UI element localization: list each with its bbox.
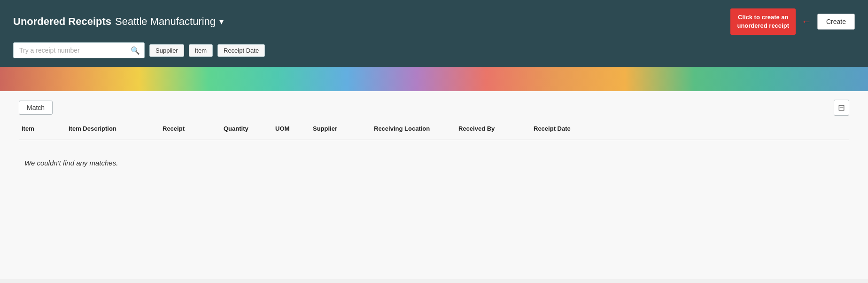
toolbar-row: Match ⊟ [19,91,849,121]
table-area: Item Item Description Receipt Quantity U… [19,121,849,186]
col-header-item: Item [19,121,66,136]
col-header-received-by: Received By [456,121,531,136]
arrow-icon: ← [801,16,812,28]
col-header-uom: UOM [272,121,310,136]
col-header-receipt-date: Receipt Date [531,121,606,136]
columns-toggle-button[interactable]: ⊟ [834,100,849,116]
columns-icon: ⊟ [838,102,845,113]
create-area: Click to create an unordered receipt ← C… [730,8,855,35]
page-title-main: Unordered Receipts [13,16,111,28]
page-title-sub: Seattle Manufacturing [115,16,216,28]
decorative-band [0,67,868,91]
header-top-row: Unordered Receipts Seattle Manufacturing… [13,8,855,35]
col-header-receipt: Receipt [160,121,221,136]
create-button[interactable]: Create [817,14,855,30]
col-header-receiving-location: Receiving Location [371,121,456,136]
search-row: 🔍 Supplier Item Receipt Date [13,42,855,58]
page-header: Unordered Receipts Seattle Manufacturing… [0,0,868,67]
filter-chip-receipt-date[interactable]: Receipt Date [217,44,265,57]
main-content: Match ⊟ Item Item Description Receipt Qu… [0,91,868,279]
search-input-wrap: 🔍 [13,42,145,58]
col-header-supplier: Supplier [310,121,371,136]
filter-chip-item[interactable]: Item [189,44,213,57]
empty-state-message: We couldn't find any matches. [19,140,849,186]
page-title-group: Unordered Receipts Seattle Manufacturing… [13,16,224,28]
search-input[interactable] [13,42,145,58]
match-button[interactable]: Match [19,101,53,115]
col-header-item-desc: Item Description [66,121,160,136]
create-tooltip: Click to create an unordered receipt [730,8,796,35]
search-icon[interactable]: 🔍 [131,46,140,55]
col-header-quantity: Quantity [221,121,272,136]
table-header: Item Item Description Receipt Quantity U… [19,121,849,140]
filter-chip-supplier[interactable]: Supplier [149,44,184,57]
chevron-down-icon[interactable]: ▾ [219,16,224,27]
